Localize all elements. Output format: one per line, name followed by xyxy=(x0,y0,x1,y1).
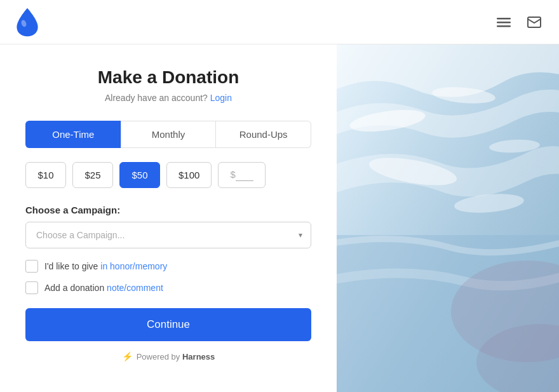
lightning-icon: ⚡ xyxy=(122,351,133,362)
water-drop-icon xyxy=(15,7,39,37)
brand-name: Harness xyxy=(182,352,215,362)
honor-memory-checkbox[interactable] xyxy=(25,260,38,273)
campaign-dropdown[interactable]: Choose a Campaign... xyxy=(25,222,311,248)
svg-rect-1 xyxy=(497,18,511,20)
amount-50[interactable]: $50 xyxy=(119,162,160,188)
header-actions xyxy=(494,13,544,32)
tab-monthly[interactable]: Monthly xyxy=(121,121,217,148)
menu-button[interactable] xyxy=(494,13,513,32)
left-panel: Make a Donation Already have an account?… xyxy=(0,44,337,392)
campaign-label: Choose a Campaign: xyxy=(25,205,311,215)
amount-custom[interactable]: $ xyxy=(218,162,265,188)
honor-memory-label: I'd like to give in honor/memory xyxy=(44,261,167,271)
amount-10[interactable]: $10 xyxy=(25,162,66,188)
note-comment-label: Add a donation note/comment xyxy=(44,283,163,293)
page-title: Make a Donation xyxy=(98,67,239,88)
note-comment-row: Add a donation note/comment xyxy=(25,281,311,294)
amount-100[interactable]: $100 xyxy=(166,162,212,188)
honor-memory-row: I'd like to give in honor/memory xyxy=(25,260,311,273)
mail-icon xyxy=(527,17,541,28)
main-layout: Make a Donation Already have an account?… xyxy=(0,44,559,392)
continue-button[interactable]: Continue xyxy=(25,308,311,341)
logo xyxy=(15,7,39,37)
amount-25[interactable]: $25 xyxy=(72,162,113,188)
ocean-panel xyxy=(337,44,559,392)
subtitle-text: Already have an account? xyxy=(105,93,208,103)
honor-memory-link[interactable]: in honor/memory xyxy=(100,261,167,271)
header xyxy=(0,0,559,44)
amount-buttons: $10 $25 $50 $100 $ xyxy=(25,162,311,188)
ocean-waves-svg xyxy=(337,44,559,392)
svg-rect-3 xyxy=(497,25,511,27)
tab-round-ups[interactable]: Round-Ups xyxy=(216,121,311,148)
powered-by-text: Powered by Harness xyxy=(137,352,215,362)
mail-button[interactable] xyxy=(525,14,544,30)
note-comment-link[interactable]: note/comment xyxy=(107,283,163,293)
campaign-dropdown-wrapper: Choose a Campaign... ▾ xyxy=(25,222,311,248)
svg-rect-2 xyxy=(497,22,511,24)
login-link[interactable]: Login xyxy=(210,93,232,103)
tab-one-time[interactable]: One-Time xyxy=(25,121,121,148)
powered-by: ⚡ Powered by Harness xyxy=(122,351,215,362)
donation-tabs: One-Time Monthly Round-Ups xyxy=(25,121,311,148)
menu-icon xyxy=(497,15,511,29)
note-comment-checkbox[interactable] xyxy=(25,281,38,294)
subtitle: Already have an account? Login xyxy=(105,93,232,103)
